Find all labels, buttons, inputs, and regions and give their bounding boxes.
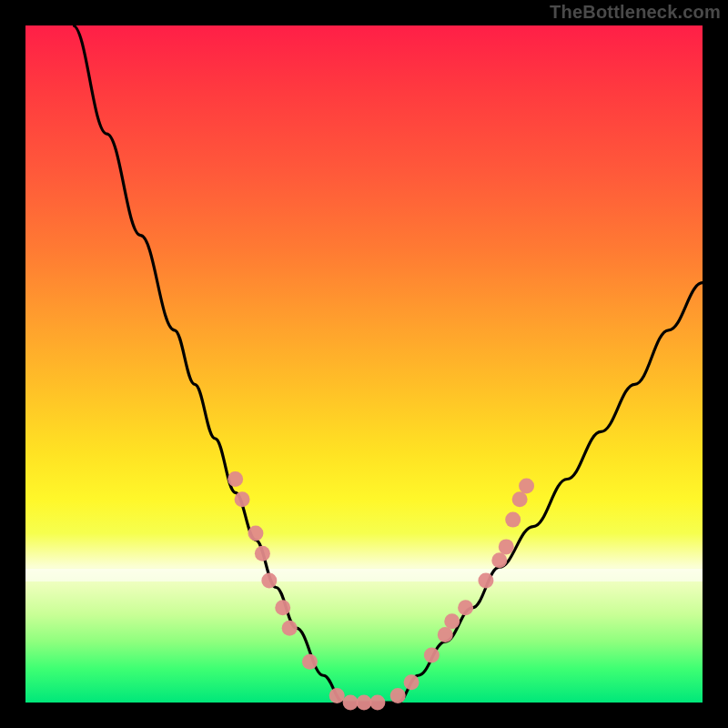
marker-dot	[369, 695, 385, 711]
marker-dot	[248, 526, 263, 541]
marker-dot	[235, 491, 250, 507]
marker-dot	[438, 627, 453, 642]
marker-dot	[458, 600, 473, 615]
curve-group	[73, 25, 703, 703]
marker-dot	[390, 688, 406, 703]
marker-dot	[228, 471, 243, 487]
marker-dot	[499, 539, 514, 554]
marker-dot	[491, 552, 507, 568]
curve-left	[73, 25, 344, 703]
marker-dot	[329, 688, 345, 703]
marker-dot	[505, 512, 521, 528]
marker-dot	[282, 621, 298, 636]
marker-dot	[275, 600, 290, 615]
marker-dot	[261, 573, 277, 589]
marker-dot	[512, 491, 528, 507]
marker-dot	[255, 546, 270, 561]
chart-svg	[25, 25, 703, 703]
marker-group	[228, 471, 534, 711]
watermark-text: TheBottleneck.com	[550, 2, 721, 23]
marker-dot	[343, 695, 359, 711]
marker-dot	[424, 647, 440, 662]
marker-dot	[478, 573, 493, 589]
marker-dot	[404, 674, 420, 690]
chart-stage: TheBottleneck.com	[0, 0, 728, 728]
marker-dot	[519, 478, 534, 493]
marker-dot	[357, 695, 372, 711]
marker-dot	[444, 613, 460, 629]
marker-dot	[302, 654, 318, 670]
